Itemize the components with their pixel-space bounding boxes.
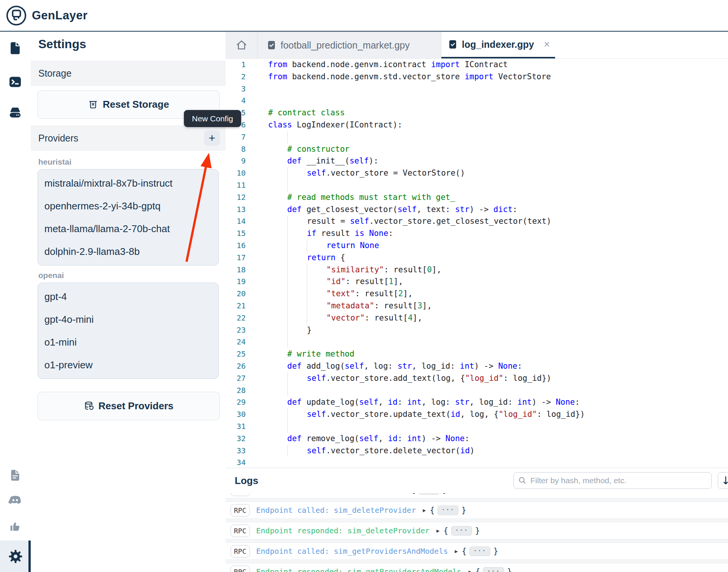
code-line: 19 "id": result[1], (226, 276, 728, 288)
log-row[interactable]: RPCEndpoint responded: sim_deleteProvide… (226, 522, 728, 539)
line-number: 29 (226, 396, 251, 409)
home-tab-button[interactable] (226, 32, 258, 58)
expand-triangle-icon[interactable]: ▶ (436, 528, 439, 534)
code-line: 8 # constructor (226, 143, 728, 156)
sidebar-rail (0, 32, 31, 572)
add-provider-button[interactable]: + (204, 130, 220, 146)
providers-section-header: Providers (31, 126, 226, 151)
code-line: 13 def get_closest_vector(self, text: st… (226, 204, 728, 216)
expand-triangle-icon[interactable]: ▶ (423, 507, 426, 513)
expand-triangle-icon[interactable]: ▶ (455, 548, 458, 554)
terminal-icon[interactable] (6, 73, 24, 91)
brace-close: } (461, 506, 466, 515)
line-number: 2 (226, 71, 251, 83)
indent-guide (307, 288, 326, 300)
file-icon[interactable] (6, 39, 24, 57)
plus-icon: + (209, 132, 215, 144)
page-title: Settings (38, 37, 86, 51)
provider-model-item[interactable]: openhermes-2-yi-34b-gptq (38, 195, 218, 217)
file-check-icon (448, 39, 457, 49)
line-number: 8 (226, 143, 251, 156)
logs-sort-button[interactable] (718, 472, 728, 489)
indent-guide (287, 385, 307, 397)
line-number: 31 (226, 421, 251, 433)
database-reset-icon (84, 401, 94, 411)
code-editor: football_prediction_market.gpy log_index… (226, 32, 728, 468)
brace-close: } (507, 567, 512, 572)
code-line: 23 } (226, 324, 728, 336)
provider-model-item[interactable]: mistralai/mixtral-8x7b-instruct (38, 172, 218, 195)
brand-title: GenLayer (32, 9, 88, 22)
tab-label: log_indexer.gpy (462, 39, 534, 50)
provider-groups: heuristaimistralai/mixtral-8x7b-instruct… (31, 157, 226, 384)
indent-guide (307, 276, 326, 288)
line-number: 20 (226, 288, 251, 300)
provider-model-item[interactable]: o1-mini (38, 331, 218, 354)
code-line: 17 return { (226, 252, 728, 264)
log-message: Endpoint called: sim_deleteProvider (256, 506, 416, 515)
code-line: 21 "metadata": result[3], (226, 300, 728, 312)
log-row[interactable]: RPCEndpoint responded: sim_getProvidersA… (226, 563, 728, 572)
code-line: 2from backend.node.genvm.std.vector_stor… (226, 71, 728, 83)
log-message: Endpoint responded: sim_getProvidersAndM… (256, 567, 462, 572)
logs-filter-input[interactable] (513, 472, 712, 489)
brace-open: { (430, 506, 435, 515)
provider-model-item[interactable]: dolphin-2.9-llama3-8b (38, 240, 218, 263)
line-number: 1 (226, 59, 251, 71)
code-lines[interactable]: 1from backend.node.genvm.icontract impor… (226, 59, 728, 468)
thumbs-up-icon[interactable] (6, 517, 24, 536)
discord-icon[interactable] (6, 491, 24, 509)
line-number: 9 (226, 155, 251, 167)
indent-guide (287, 179, 307, 192)
provider-model-item[interactable]: o1-preview (38, 354, 218, 376)
file-check-icon (267, 40, 276, 50)
log-row[interactable]: RPCEndpoint called: sim_getProvidersAndM… (226, 542, 728, 560)
brace-open: { (475, 567, 480, 572)
line-number: 3 (226, 83, 251, 95)
tab-football-prediction-market[interactable]: football_prediction_market.gpy (258, 32, 441, 58)
rpc-badge: RPC (231, 545, 250, 558)
code-line: 9 def __init__(self): (226, 155, 728, 167)
line-number: 32 (226, 433, 251, 445)
tab-log-indexer[interactable]: log_indexer.gpy × (441, 32, 555, 58)
code-line: 29 def update_log(self, id: int, log: st… (226, 396, 728, 409)
code-line: 24 (226, 336, 728, 348)
code-line: 5# contract class (226, 107, 728, 119)
expand-dots-button[interactable]: ··· (438, 506, 458, 515)
rpc-badge: RPC (231, 566, 250, 572)
line-number: 34 (226, 457, 251, 468)
log-row[interactable]: RPC{···} (226, 493, 728, 498)
brace-close: } (475, 526, 480, 535)
code-line: 7 (226, 131, 728, 143)
code-line: 34 (226, 457, 728, 468)
doc-icon[interactable] (6, 466, 24, 484)
indent-guide (287, 421, 307, 433)
tab-label: football_prediction_market.gpy (281, 40, 410, 51)
indent-guide (307, 264, 326, 276)
line-number: 18 (226, 264, 251, 276)
provider-group-card: mistralai/mixtral-8x7b-instructopenherme… (38, 169, 219, 266)
provider-group-label: openai (38, 271, 226, 280)
expand-dots-button[interactable]: ··· (419, 493, 439, 495)
expand-triangle-icon[interactable]: ▶ (468, 569, 471, 572)
editor-tabbar: football_prediction_market.gpy log_index… (226, 32, 728, 59)
expand-dots-button[interactable]: ··· (483, 567, 504, 572)
code-line: 33 self.vector_store.delete_vector(id) (226, 445, 728, 457)
provider-model-item[interactable]: meta-llama/llama-2-70b-chat (38, 217, 218, 240)
hard-drive-icon[interactable] (6, 104, 24, 122)
provider-model-item[interactable]: gpt-4 (38, 285, 218, 308)
sidebar-item-settings[interactable] (0, 541, 31, 572)
sort-arrows-icon (722, 475, 728, 486)
expand-dots-button[interactable]: ··· (451, 526, 472, 536)
line-number: 25 (226, 348, 251, 360)
code-line: 28 (226, 385, 728, 397)
code-line: 10 self.vector_store = VectorStore() (226, 167, 728, 179)
log-row[interactable]: RPCEndpoint called: sim_deleteProvider▶{… (226, 501, 728, 519)
indent-guide (287, 288, 307, 300)
expand-dots-button[interactable]: ··· (469, 547, 490, 556)
indent-guide (287, 228, 307, 240)
provider-model-item[interactable]: gpt-4o-mini (38, 308, 218, 331)
brace-open: { (462, 547, 467, 556)
close-icon[interactable]: × (544, 39, 550, 50)
reset-providers-button[interactable]: Reset Providers (38, 392, 220, 420)
